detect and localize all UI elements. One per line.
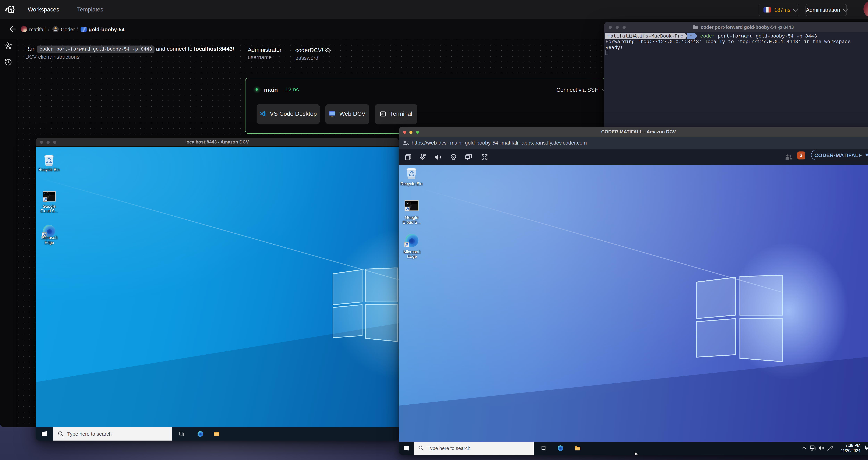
svg-text:C:\_: C:\_ xyxy=(44,192,50,195)
svg-text:C:\_: C:\_ xyxy=(406,201,412,204)
